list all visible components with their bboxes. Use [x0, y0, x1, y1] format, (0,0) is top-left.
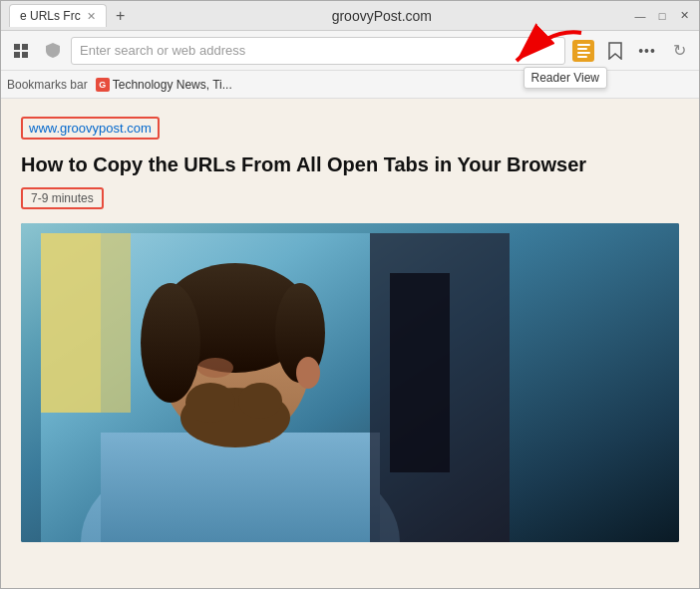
svg-rect-9: [101, 433, 380, 542]
grid-icon[interactable]: [7, 37, 35, 65]
window-controls: — □ ✕: [633, 9, 691, 23]
three-dots-icon: •••: [638, 43, 656, 59]
minimize-button[interactable]: —: [633, 9, 647, 23]
active-tab[interactable]: e URLs Frc ✕: [9, 4, 107, 27]
reader-view-tooltip: Reader View: [524, 67, 607, 89]
maximize-button[interactable]: □: [655, 9, 669, 23]
article-title: How to Copy the URLs From All Open Tabs …: [21, 151, 679, 177]
title-bar: e URLs Frc ✕ + groovyPost.com — □ ✕: [1, 1, 699, 31]
new-tab-button[interactable]: +: [111, 6, 131, 26]
svg-rect-2: [14, 52, 20, 58]
tab-close-button[interactable]: ✕: [87, 10, 96, 23]
read-time-badge: 7-9 minutes: [21, 187, 104, 209]
article-hero-image: [21, 223, 679, 542]
title-bar-left: e URLs Frc ✕ +: [9, 4, 131, 27]
svg-rect-7: [41, 233, 101, 413]
page-title: groovyPost.com: [131, 8, 633, 24]
address-bar[interactable]: Enter search or web address: [71, 37, 565, 65]
navigation-bar: Enter search or web address Reader View: [1, 31, 699, 71]
bookmark-favicon: G: [96, 78, 110, 92]
svg-point-13: [141, 283, 200, 403]
refresh-icon[interactable]: ↻: [665, 37, 693, 65]
bookmark-button[interactable]: [601, 37, 629, 65]
bookmark-item-groovy[interactable]: G Technology News, Ti...: [96, 78, 232, 92]
svg-point-16: [185, 383, 235, 423]
svg-point-18: [197, 358, 233, 378]
svg-rect-21: [390, 273, 450, 472]
address-placeholder: Enter search or web address: [80, 43, 556, 58]
svg-rect-3: [22, 52, 28, 58]
reader-view-icon: [572, 40, 594, 62]
reader-view-button[interactable]: Reader View: [569, 37, 597, 65]
site-url-badge[interactable]: www.groovypost.com: [21, 117, 160, 140]
bookmarks-bar-label: Bookmarks bar: [7, 78, 88, 92]
svg-rect-1: [22, 44, 28, 50]
tab-title: e URLs Frc: [20, 9, 81, 23]
close-button[interactable]: ✕: [677, 9, 691, 23]
menu-button[interactable]: •••: [633, 37, 661, 65]
svg-point-17: [238, 383, 282, 419]
svg-rect-0: [14, 44, 20, 50]
svg-point-19: [296, 357, 320, 389]
browser-window: e URLs Frc ✕ + groovyPost.com — □ ✕: [0, 0, 700, 589]
security-icon[interactable]: [39, 37, 67, 65]
bookmark-label: Technology News, Ti...: [113, 78, 232, 92]
page-content: www.groovypost.com How to Copy the URLs …: [1, 99, 699, 588]
